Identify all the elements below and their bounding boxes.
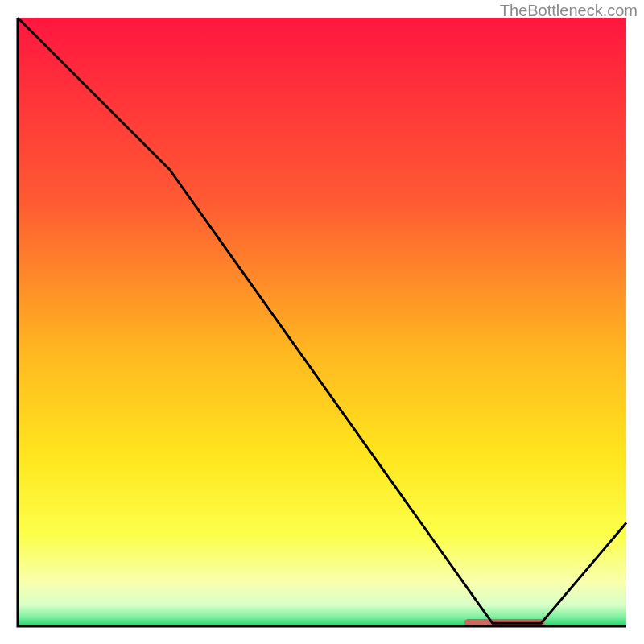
attribution-text: TheBottleneck.com	[500, 2, 638, 20]
bottleneck-chart	[0, 0, 644, 644]
chart-container: TheBottleneck.com	[0, 0, 644, 644]
